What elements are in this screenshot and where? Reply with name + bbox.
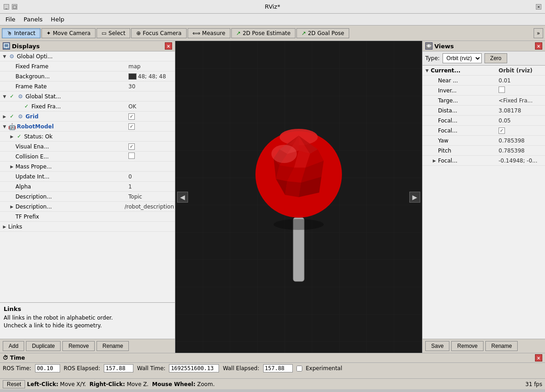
- view-focal2-row[interactable]: Focal... ✓: [423, 126, 545, 136]
- global-status-row[interactable]: ▼ ✓ ⚙ Global Stat...: [0, 92, 175, 102]
- select-button[interactable]: ▭ Select: [97, 28, 130, 38]
- global-options-icon: ⚙: [8, 53, 15, 60]
- duplicate-button[interactable]: Duplicate: [26, 341, 61, 351]
- fixed-frame-row[interactable]: Fixed Frame map: [0, 61, 175, 71]
- collision-enabled-cb[interactable]: [128, 153, 135, 159]
- view-invert-cb[interactable]: [499, 87, 505, 93]
- status-ok-label: Status: Ok: [24, 133, 128, 140]
- global-options-row[interactable]: ▼ ⚙ Global Opti...: [0, 51, 175, 61]
- views-remove-button[interactable]: Remove: [451, 341, 484, 351]
- view-near-row[interactable]: Near ... 0.01: [423, 76, 545, 86]
- close-button[interactable]: ×: [536, 4, 541, 10]
- minimize-button[interactable]: _: [4, 4, 9, 10]
- robotmodel-row[interactable]: ▼ 🤖 RobotModel ✓: [0, 122, 175, 132]
- reset-button[interactable]: Reset: [3, 380, 25, 388]
- view-distance-row[interactable]: Dista... 3.08178: [423, 106, 545, 116]
- view-pitch-expand: [432, 148, 437, 153]
- remove-button[interactable]: Remove: [62, 341, 95, 351]
- views-title-row: 👁 Views: [425, 42, 454, 50]
- nav-right-arrow[interactable]: ▶: [409, 192, 420, 203]
- view-focal1-label: Focal...: [438, 117, 499, 124]
- views-save-button[interactable]: Save: [425, 341, 449, 351]
- measure-button[interactable]: ⟺ Measure: [188, 28, 230, 38]
- view-focal2-checkbox[interactable]: ✓: [499, 127, 544, 134]
- viewport[interactable]: ◀ ▶: [175, 41, 422, 353]
- goal-pose-button[interactable]: ↗ 2D Goal Pose: [296, 28, 349, 38]
- description-desc-expand[interactable]: ▶: [9, 204, 15, 209]
- collision-expand: [9, 154, 15, 159]
- rename-button[interactable]: Rename: [97, 341, 129, 351]
- update-interval-row[interactable]: Update Int... 0: [0, 172, 175, 182]
- tf-prefix-row[interactable]: TF Prefix: [0, 212, 175, 222]
- fixed-frame-check-row[interactable]: ✓ Fixed Fra... OK: [0, 102, 175, 112]
- status-ok-row[interactable]: ▶ ✓ Status: Ok: [0, 132, 175, 142]
- alpha-row[interactable]: Alpha 1: [0, 182, 175, 192]
- view-yaw-row[interactable]: Yaw 0.785398: [423, 136, 545, 146]
- tf-prefix-expand: [9, 214, 15, 219]
- view-focal3-expand[interactable]: ▶: [432, 158, 437, 163]
- ros-time-input[interactable]: [35, 364, 60, 372]
- view-current-expand[interactable]: ▼: [424, 68, 430, 73]
- update-interval-value: 0: [128, 173, 174, 180]
- maximize-button[interactable]: □: [12, 4, 17, 10]
- experimental-label: Experimental: [306, 365, 342, 372]
- robotmodel-checkbox[interactable]: ✓: [128, 123, 174, 130]
- mass-props-row[interactable]: ▶ Mass Prope...: [0, 162, 175, 172]
- view-focal3-row[interactable]: ▶ Focal... -0.14948; -0...: [423, 156, 545, 166]
- menu-file[interactable]: File: [2, 15, 19, 24]
- description-desc-row[interactable]: ▶ Description... /robot_description: [0, 202, 175, 212]
- pose-estimate-button[interactable]: ↗ 2D Pose Estimate: [231, 28, 295, 38]
- views-rename-button[interactable]: Rename: [485, 341, 518, 351]
- displays-panel-close[interactable]: ×: [165, 42, 172, 50]
- menu-panels[interactable]: Panels: [20, 15, 46, 24]
- view-focal2-cb[interactable]: ✓: [499, 127, 505, 134]
- collision-enabled-checkbox[interactable]: [128, 153, 174, 160]
- nav-left-arrow[interactable]: ◀: [177, 192, 188, 203]
- robotmodel-expand[interactable]: ▼: [2, 124, 7, 129]
- status-ok-expand[interactable]: ▶: [9, 134, 15, 139]
- views-panel-close[interactable]: ×: [535, 42, 542, 50]
- move-camera-button[interactable]: ✦ Move Camera: [41, 28, 96, 38]
- time-panel: ⏱ Time × ROS Time: ROS Elapsed: Wall Tim…: [0, 353, 545, 378]
- ros-elapsed-input[interactable]: [104, 364, 133, 372]
- views-title: Views: [434, 43, 454, 50]
- mass-props-expand[interactable]: ▶: [9, 164, 15, 169]
- time-title-row: ⏱ Time: [3, 355, 25, 361]
- experimental-checkbox[interactable]: [296, 366, 302, 372]
- background-color-row[interactable]: Backgroun... 48; 48; 48: [0, 71, 175, 81]
- visual-enabled-checkbox[interactable]: ✓: [128, 143, 174, 150]
- views-zero-button[interactable]: Zero: [484, 53, 508, 63]
- add-button[interactable]: Add: [3, 341, 24, 351]
- view-pitch-row[interactable]: Pitch 0.785398: [423, 146, 545, 156]
- view-invert-row[interactable]: Inver...: [423, 86, 545, 96]
- robotmodel-enabled-checkbox[interactable]: ✓: [128, 123, 135, 130]
- collision-enabled-row[interactable]: Collision E...: [0, 152, 175, 162]
- menu-help[interactable]: Help: [47, 15, 68, 24]
- view-focal1-expand: [432, 118, 437, 123]
- frame-rate-row[interactable]: Frame Rate 30: [0, 81, 175, 92]
- visual-enabled-cb[interactable]: ✓: [128, 143, 135, 150]
- views-buttons: Save Remove Rename: [423, 339, 545, 353]
- wall-time-input[interactable]: [169, 364, 219, 372]
- grid-checkbox[interactable]: ✓: [128, 113, 174, 120]
- more-button[interactable]: »: [534, 28, 543, 38]
- grid-expand[interactable]: ▶: [2, 114, 7, 119]
- time-panel-close[interactable]: ×: [535, 354, 542, 361]
- global-status-expand[interactable]: ▼: [2, 94, 7, 99]
- grid-row[interactable]: ▶ ✓ ⚙ Grid ✓: [0, 112, 175, 122]
- focus-camera-button[interactable]: ⊕ Focus Camera: [131, 28, 186, 38]
- view-current-row[interactable]: ▼ Current... Orbit (rviz): [423, 66, 545, 76]
- links-row[interactable]: ▶ Links: [0, 222, 175, 232]
- background-swatch[interactable]: [128, 73, 137, 80]
- views-type-select[interactable]: Orbit (rviz): [443, 53, 482, 63]
- links-expand[interactable]: ▶: [2, 224, 7, 229]
- description-topic-row[interactable]: Description... Topic: [0, 192, 175, 202]
- global-options-expand[interactable]: ▼: [2, 54, 7, 59]
- view-focal1-row[interactable]: Focal... 0.05: [423, 116, 545, 126]
- wall-elapsed-input[interactable]: [263, 364, 293, 372]
- visual-enabled-row[interactable]: Visual Ena... ✓: [0, 142, 175, 152]
- grid-enabled-checkbox[interactable]: ✓: [128, 113, 135, 120]
- view-invert-checkbox[interactable]: [499, 87, 544, 94]
- interact-button[interactable]: 🖱 Interact: [2, 28, 41, 38]
- view-target-row[interactable]: Targe... <Fixed Fra...: [423, 96, 545, 106]
